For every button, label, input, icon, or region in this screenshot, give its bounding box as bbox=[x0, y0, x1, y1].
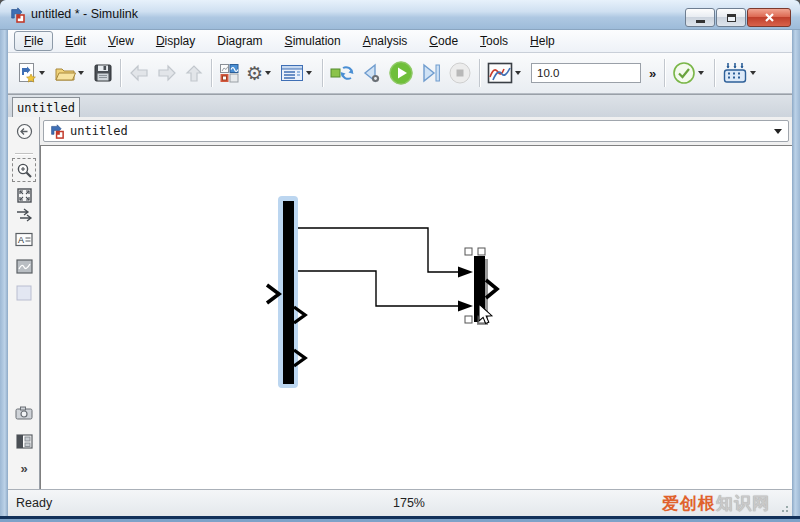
statusbar: Ready 175% 爱创根知识网 bbox=[8, 489, 792, 516]
zoom-tool-button[interactable] bbox=[14, 160, 34, 180]
sidebar-expand-button[interactable]: » bbox=[14, 458, 34, 478]
menu-view[interactable]: View bbox=[98, 31, 144, 51]
step-back-button[interactable] bbox=[357, 57, 385, 89]
new-model-icon bbox=[17, 62, 37, 84]
toolbar-separator bbox=[120, 59, 121, 87]
minimize-button[interactable] bbox=[685, 8, 715, 27]
toolbar-separator bbox=[211, 59, 212, 87]
build-icon bbox=[722, 61, 748, 85]
back-circle-icon bbox=[16, 123, 33, 140]
tab-untitled[interactable]: untitled bbox=[12, 97, 80, 118]
breadcrumb-bar: untitled bbox=[40, 117, 792, 145]
signal-line-2[interactable] bbox=[294, 271, 473, 312]
up-to-parent-button[interactable] bbox=[181, 57, 207, 89]
palette-sidebar: A bbox=[8, 117, 40, 489]
minimize-icon bbox=[696, 20, 705, 23]
tabbar: untitled bbox=[8, 94, 792, 117]
new-model-dropdown-icon[interactable] bbox=[39, 71, 45, 75]
annotation-button[interactable]: A bbox=[14, 229, 34, 249]
step-back-icon bbox=[360, 62, 382, 84]
restore-icon bbox=[727, 14, 736, 22]
menu-help[interactable]: Help bbox=[520, 31, 565, 51]
simulation-display-button[interactable] bbox=[484, 57, 527, 89]
save-icon bbox=[93, 63, 113, 83]
menubar-items: FileEditViewDisplayDiagramSimulationAnal… bbox=[8, 30, 792, 53]
watermark-orange-text: 爱创根 bbox=[662, 494, 716, 513]
menu-tools[interactable]: Tools bbox=[470, 31, 518, 51]
window-frame-right bbox=[792, 30, 800, 516]
viewmark-button[interactable] bbox=[14, 403, 34, 423]
area-box-button[interactable] bbox=[14, 283, 34, 303]
camera-icon bbox=[15, 406, 33, 420]
status-text: Ready bbox=[16, 496, 52, 510]
double-chevron-icon: » bbox=[20, 461, 27, 476]
fit-to-view-button[interactable] bbox=[14, 185, 34, 205]
gear-icon: ⚙ bbox=[246, 64, 263, 83]
model-browser-button[interactable] bbox=[14, 431, 34, 451]
titlebar[interactable]: untitled * - Simulink bbox=[0, 0, 800, 30]
demux-input-port[interactable] bbox=[267, 285, 279, 303]
zoom-level: 175% bbox=[393, 496, 425, 510]
resize-grip[interactable] bbox=[779, 503, 789, 513]
update-diagram-icon bbox=[330, 63, 354, 83]
watermark-gray-text: 知识网 bbox=[716, 494, 770, 513]
restore-button[interactable] bbox=[716, 8, 746, 27]
new-model-button[interactable] bbox=[14, 57, 51, 89]
zoom-magnifier-icon bbox=[16, 162, 33, 179]
svg-text:A: A bbox=[18, 235, 24, 245]
open-button[interactable] bbox=[51, 57, 90, 89]
explorer-dropdown-icon[interactable] bbox=[306, 71, 312, 75]
up-arrow-icon bbox=[184, 63, 204, 83]
signal-arrows-icon bbox=[16, 208, 33, 222]
green-check-icon bbox=[672, 61, 696, 85]
model-explorer-button[interactable] bbox=[277, 57, 318, 89]
library-browser-button[interactable] bbox=[216, 57, 243, 89]
update-diagram-button[interactable] bbox=[327, 57, 357, 89]
run-icon bbox=[388, 60, 414, 86]
menu-simulation[interactable]: Simulation bbox=[275, 31, 351, 51]
toolbar-separator bbox=[714, 59, 715, 87]
simulink-window: untitled * - Simulink FileEditViewDispla… bbox=[0, 0, 800, 522]
save-button[interactable] bbox=[90, 57, 116, 89]
image-button[interactable] bbox=[14, 256, 34, 276]
close-button[interactable] bbox=[747, 8, 791, 27]
display-dropdown-icon[interactable] bbox=[515, 71, 521, 75]
menu-display[interactable]: Display bbox=[146, 31, 205, 51]
build-dropdown-icon[interactable] bbox=[750, 71, 756, 75]
configuration-dropdown-icon[interactable] bbox=[265, 71, 271, 75]
run-button[interactable] bbox=[385, 57, 417, 89]
menu-diagram[interactable]: Diagram bbox=[207, 31, 272, 51]
breadcrumb[interactable]: untitled bbox=[43, 120, 789, 142]
toolbar-separator bbox=[479, 59, 480, 87]
menu-code[interactable]: Code bbox=[419, 31, 468, 51]
model-browser-icon bbox=[16, 434, 33, 449]
simulink-model-icon bbox=[50, 124, 65, 139]
route-signals-button[interactable] bbox=[14, 205, 34, 225]
menu-file[interactable]: File bbox=[14, 31, 53, 51]
model-canvas[interactable] bbox=[40, 145, 792, 489]
open-dropdown-icon[interactable] bbox=[78, 71, 84, 75]
editor-content: untitled bbox=[40, 117, 792, 489]
menu-analysis[interactable]: Analysis bbox=[353, 31, 418, 51]
validate-dropdown-icon[interactable] bbox=[698, 71, 704, 75]
window-title: untitled * - Simulink bbox=[31, 7, 138, 21]
step-forward-button[interactable] bbox=[417, 57, 445, 89]
forward-button[interactable] bbox=[153, 57, 181, 89]
scope-waves-icon bbox=[487, 62, 513, 84]
back-button[interactable] bbox=[125, 57, 153, 89]
model-configuration-button[interactable]: ⚙ bbox=[243, 57, 277, 89]
menu-edit[interactable]: Edit bbox=[55, 31, 96, 51]
breadcrumb-dropdown-icon[interactable] bbox=[774, 129, 782, 134]
stop-time-field[interactable] bbox=[531, 63, 641, 83]
breadcrumb-path: untitled bbox=[70, 124, 128, 138]
toolbar-overflow-button[interactable]: » bbox=[645, 66, 660, 81]
hide-explorer-bar-button[interactable] bbox=[14, 121, 34, 141]
simulink-logo-icon bbox=[10, 7, 26, 23]
signal-line-1[interactable] bbox=[294, 228, 473, 278]
build-button[interactable] bbox=[719, 57, 762, 89]
model-explorer-icon bbox=[280, 63, 304, 83]
validate-button[interactable] bbox=[669, 57, 710, 89]
stop-button[interactable] bbox=[445, 57, 475, 89]
demux-block[interactable] bbox=[267, 196, 305, 388]
step-forward-icon bbox=[420, 62, 442, 84]
